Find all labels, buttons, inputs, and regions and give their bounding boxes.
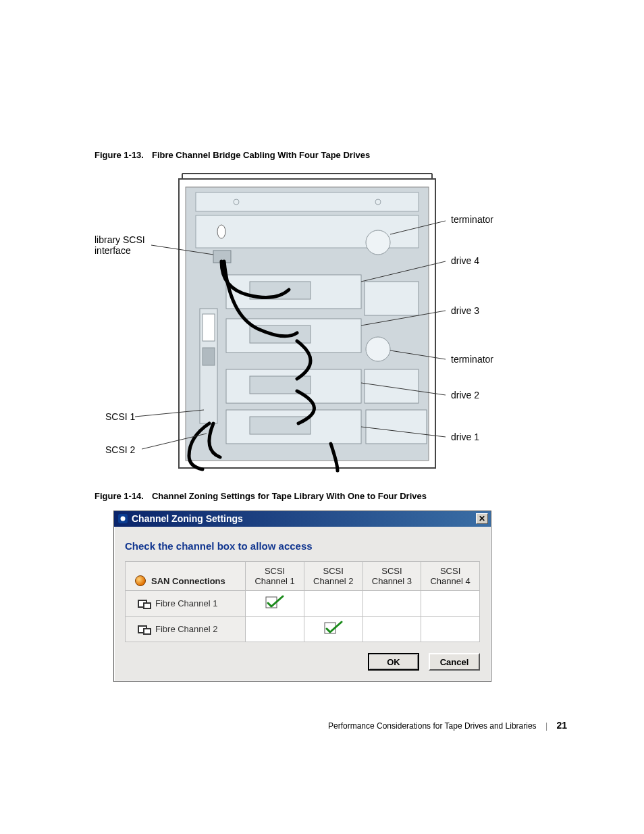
cell-fc1-ch4[interactable] bbox=[421, 591, 480, 617]
checkmark-icon bbox=[265, 595, 284, 610]
label-drive-3: drive 3 bbox=[451, 305, 479, 316]
dialog-subtitle: Check the channel box to allow access bbox=[125, 540, 480, 552]
footer-separator: | bbox=[545, 721, 547, 731]
label-drive-2: drive 2 bbox=[451, 390, 479, 400]
zoning-table: SAN Connections SCSIChannel 1 SCSIChanne… bbox=[125, 561, 480, 642]
figure-13-number: Figure 1-13. bbox=[95, 150, 144, 160]
cell-fc2-ch3[interactable] bbox=[363, 617, 421, 642]
svg-rect-20 bbox=[366, 410, 427, 444]
row-fc1-label: Fibre Channel 1 bbox=[155, 598, 218, 608]
svg-rect-19 bbox=[365, 369, 419, 403]
col-channel-2: Channel 2 bbox=[313, 576, 353, 586]
ok-button[interactable]: OK bbox=[368, 653, 419, 671]
dialog-titlebar: Channel Zoning Settings ✕ bbox=[114, 511, 491, 527]
col-channel-4: Channel 4 bbox=[430, 576, 470, 586]
col-scsi-2a: SCSI bbox=[323, 566, 344, 576]
figure-14-caption: Figure 1-14.Channel Zoning Settings for … bbox=[95, 491, 567, 501]
svg-rect-16 bbox=[250, 376, 311, 394]
svg-rect-18 bbox=[365, 282, 419, 315]
table-row: Fibre Channel 2 bbox=[126, 617, 480, 642]
label-terminator-mid: terminator bbox=[451, 354, 493, 365]
table-row: Fibre Channel 1 bbox=[126, 591, 480, 617]
label-drive-4: drive 4 bbox=[451, 255, 479, 266]
cell-fc2-ch1[interactable] bbox=[246, 617, 304, 642]
cell-fc1-ch3[interactable] bbox=[363, 591, 421, 617]
page-number: 21 bbox=[556, 720, 567, 731]
svg-rect-8 bbox=[203, 314, 215, 341]
svg-point-2 bbox=[234, 199, 239, 205]
fibre-channel-icon bbox=[138, 625, 150, 633]
svg-rect-1 bbox=[196, 192, 419, 211]
col-scsi-4a: SCSI bbox=[440, 566, 460, 576]
close-button[interactable]: ✕ bbox=[476, 513, 488, 524]
channel-zoning-dialog: Channel Zoning Settings ✕ Check the chan… bbox=[113, 511, 491, 682]
label-library-scsi-interface: library SCSI interface bbox=[95, 234, 145, 256]
checkmark-icon bbox=[324, 621, 343, 635]
col-channel-3: Channel 3 bbox=[372, 576, 412, 586]
dialog-title: Channel Zoning Settings bbox=[132, 513, 243, 524]
label-library-scsi-line1: library SCSI bbox=[95, 234, 145, 245]
san-connections-header: SAN Connections bbox=[151, 576, 225, 586]
page-footer: Performance Considerations for Tape Driv… bbox=[95, 720, 567, 731]
label-scsi-1: SCSI 1 bbox=[105, 411, 135, 422]
cell-fc2-ch4[interactable] bbox=[421, 617, 480, 642]
svg-point-5 bbox=[217, 225, 225, 238]
globe-icon bbox=[135, 575, 146, 586]
col-channel-1: Channel 1 bbox=[254, 576, 294, 586]
app-icon bbox=[118, 514, 128, 523]
svg-point-22 bbox=[366, 337, 390, 361]
fibre-channel-icon bbox=[138, 600, 150, 608]
label-library-scsi-line2: interface bbox=[95, 245, 131, 256]
figure-13-diagram: terminator drive 4 drive 3 terminator dr… bbox=[95, 167, 567, 471]
figure-13-caption: Figure 1-13.Fibre Channel Bridge Cabling… bbox=[95, 150, 567, 160]
cancel-button[interactable]: Cancel bbox=[429, 653, 480, 671]
close-icon: ✕ bbox=[479, 514, 485, 523]
figure-13-title: Fibre Channel Bridge Cabling With Four T… bbox=[152, 150, 370, 160]
cell-fc2-ch2[interactable] bbox=[304, 617, 363, 642]
figure-14-number: Figure 1-14. bbox=[95, 491, 144, 501]
svg-rect-17 bbox=[250, 417, 311, 434]
label-drive-1: drive 1 bbox=[451, 432, 479, 442]
col-scsi-1a: SCSI bbox=[265, 566, 285, 576]
footer-section: Performance Considerations for Tape Driv… bbox=[328, 721, 537, 731]
label-terminator-top: terminator bbox=[451, 214, 493, 225]
col-scsi-3a: SCSI bbox=[381, 566, 402, 576]
cell-fc1-ch1[interactable] bbox=[246, 591, 304, 617]
cell-fc1-ch2[interactable] bbox=[304, 591, 363, 617]
label-scsi-2: SCSI 2 bbox=[105, 444, 135, 455]
row-fc2-label: Fibre Channel 2 bbox=[155, 624, 218, 634]
svg-point-21 bbox=[366, 230, 390, 255]
svg-point-3 bbox=[375, 199, 381, 205]
svg-rect-9 bbox=[203, 348, 215, 365]
figure-14-title: Channel Zoning Settings for Tape Library… bbox=[152, 491, 427, 501]
